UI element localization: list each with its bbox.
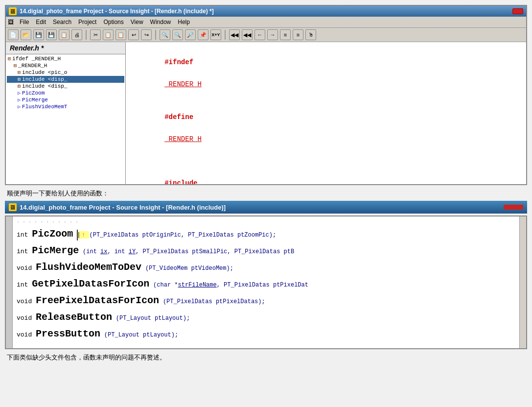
code2-line-5: void FreePixelDatasForIcon (PT_PixelData… <box>14 292 522 309</box>
toolbar-copy[interactable]: 📋 <box>103 29 114 40</box>
toolbar-save2[interactable]: 💾 <box>46 29 57 40</box>
kw-render-h: _RENDER_H <box>164 80 202 88</box>
toolbar-find2[interactable]: 🔍 <box>172 29 183 40</box>
tree-label-4: include <disp_ <box>22 83 67 89</box>
toolbar-copy-file[interactable]: 📋 <box>59 29 69 40</box>
left-gutter <box>6 216 13 348</box>
menu-edit[interactable]: Edit <box>33 18 49 26</box>
params-picmerge: (int ix, int iY, PT_PixelDatas ptSmallPi… <box>83 248 294 255</box>
fn-pressbutton: PressButton <box>36 328 100 339</box>
cursor-highlight: | ↑ <box>77 231 89 239</box>
code2-line-3: void FlushVideoMemToDev (PT_VideoMem ptV… <box>14 259 522 276</box>
tree-item-5[interactable]: ▷ PicZoom <box>7 90 124 96</box>
tree-blue-icon-6: ▷ <box>18 97 21 103</box>
code2-line-1: int PicZoom | ↑ (PT_PixelDatas ptOriginP… <box>14 226 522 242</box>
tree-label-0: ifdef _RENDER_H <box>12 56 61 62</box>
tree-item-3[interactable]: ⊞ include <disp_ <box>7 76 124 83</box>
kw-include-1: #include <box>164 179 197 184</box>
app-icon-2: 🖼 <box>9 203 17 211</box>
toolbar-list[interactable]: ≡ <box>280 29 291 40</box>
scrollbar[interactable] <box>519 216 526 348</box>
tree-label-1: _RENDER_H <box>18 63 47 69</box>
toolbar-redo[interactable]: ↪ <box>141 29 152 40</box>
toolbar-save[interactable]: 💾 <box>33 29 44 40</box>
toolbar-1: 📄 📂 💾 💾 📋 🖨 ✂ 📋 📋 ↩ ↪ 🔍 🔍 🔎 📌 X+Y ◀◀ ◀◀ … <box>6 28 526 42</box>
window-title-2: 14.digial_photo_frame Project - Source I… <box>20 204 226 211</box>
tree-blue-icon-5: ▷ <box>18 90 21 96</box>
toolbar-xy[interactable]: X+Y <box>210 29 221 40</box>
menu-file[interactable]: File <box>17 18 32 26</box>
toolbar-forward[interactable]: → <box>267 29 278 40</box>
toolbar-open[interactable]: 📂 <box>21 29 31 40</box>
menu-options[interactable]: Options <box>100 18 126 26</box>
menu-logo: 🖼 <box>8 19 14 25</box>
tree-item-4[interactable]: ⊞ include <disp_ <box>7 83 124 90</box>
code2-line-7: void PressButton (PT_Layout ptLayout); <box>14 326 522 342</box>
titlebar-1: 🖼 14.digial_photo_frame Project - Source… <box>6 6 526 17</box>
kw-int-4: int <box>17 281 32 288</box>
toolbar-find[interactable]: 🔍 <box>160 29 170 40</box>
tree-item-0[interactable]: ⊞ ifdef _RENDER_H <box>7 55 124 62</box>
tree-item-7[interactable]: ▷ FlushVideoMemT <box>7 103 124 110</box>
menu-view[interactable]: View <box>128 18 146 26</box>
toolbar-left2[interactable]: ◀◀ <box>242 29 253 40</box>
kw-int-1: int <box>17 231 32 239</box>
code-line-3: #include <pic_operation.h> <box>132 167 520 184</box>
tree-hash-icon-3: ⊞ <box>18 76 21 82</box>
kw-int-2: int <box>17 248 32 255</box>
tree-hash-icon-2: ⊞ <box>18 70 21 75</box>
toolbar-undo[interactable]: ↩ <box>128 29 139 40</box>
menu-project[interactable]: Project <box>75 18 99 26</box>
code2-line-4: int GetPixelDatasForIcon (char *strFileN… <box>14 276 522 292</box>
tree-hash-icon-4: ⊞ <box>18 83 21 89</box>
code-panel-1: #ifndef _RENDER_H #define _RENDER_H #inc… <box>126 42 526 184</box>
params-press: (PT_Layout ptLayout); <box>104 332 178 338</box>
menu-search[interactable]: Search <box>50 18 74 26</box>
params-release: (PT_Layout ptLayout); <box>116 315 190 322</box>
code-line-1: #ifndef _RENDER_H <box>132 46 520 101</box>
symbol-panel: Render.h * ⊞ ifdef _RENDER_H ⊞ _RENDER_H… <box>6 42 126 184</box>
toolbar-new[interactable]: 📄 <box>8 29 19 40</box>
toolbar-cut[interactable]: ✂ <box>90 29 101 40</box>
tree-label-2: include <pic_o <box>22 70 67 75</box>
fn-getpixel: GetPixelDatasForIcon <box>32 278 149 289</box>
top-annotation: · · · · · · · · · · · <box>14 219 522 225</box>
fn-piczoom: PicZoom <box>32 228 73 239</box>
sep-2 <box>155 30 156 40</box>
toolbar-print[interactable]: 🖨 <box>71 29 82 40</box>
sep-1 <box>86 30 87 40</box>
cursor-arrow: ↑ <box>82 231 86 239</box>
titlebar-left: 🖼 14.digial_photo_frame Project - Source… <box>9 7 214 15</box>
tree-item-6[interactable]: ▷ PicMerge <box>7 96 124 103</box>
params-getpixel: (char *strFileName, PT_PixelDatas ptPixe… <box>153 282 308 288</box>
params-piczoom: (PT_PixelDatas ptOriginPic, PT_PixelData… <box>89 232 276 239</box>
kw-render-h-def: _RENDER_H <box>164 135 202 143</box>
symbol-tree[interactable]: ⊞ ifdef _RENDER_H ⊞ _RENDER_H ⊞ include … <box>6 54 125 184</box>
toolbar-list2[interactable]: ≡ <box>293 29 303 40</box>
code2-line-6: void ReleaseButton (PT_Layout ptLayout); <box>14 309 522 326</box>
params-freepixel: (PT_PixelDatas ptPixelDatas); <box>163 298 265 305</box>
menu-help[interactable]: Help <box>175 18 193 26</box>
toolbar-find3[interactable]: 🔎 <box>185 29 196 40</box>
toolbar-extra[interactable]: 🖱 <box>305 29 316 40</box>
middle-text: 顺便声明一下要给别人使用的函数： <box>5 189 527 198</box>
tree-item-2[interactable]: ⊞ include <pic_o <box>7 69 124 76</box>
tree-label-6: PicMerge <box>22 97 48 103</box>
tree-item-1[interactable]: ⊞ _RENDER_H <box>7 62 124 69</box>
source-insight-window-1: 🖼 14.digial_photo_frame Project - Source… <box>5 5 527 185</box>
toolbar-find4[interactable]: 📌 <box>198 29 208 40</box>
app-icon: 🖼 <box>9 7 17 15</box>
source-insight-window-2: · · · · · · · · · · · int PicZoom | ↑ (P… <box>5 215 527 349</box>
toolbar-back[interactable]: ← <box>254 29 265 40</box>
toolbar-paste[interactable]: 📋 <box>116 29 126 40</box>
tree-blue-icon-7: ▷ <box>18 104 21 110</box>
close-button-2[interactable] <box>504 205 523 210</box>
menu-window[interactable]: Window <box>147 18 174 26</box>
close-button-1[interactable] <box>512 8 523 14</box>
tree-label-7: FlushVideoMemT <box>22 104 67 110</box>
fn-picmerge: PicMerge <box>32 245 79 256</box>
kw-void-3: void <box>17 264 36 272</box>
bottom-text: 下面类似缺少头文件包含，函数未声明的问题不再赘述。 <box>5 353 527 362</box>
toolbar-left1[interactable]: ◀◀ <box>229 29 240 40</box>
code2-line-2: int PicMerge (int ix, int iY, PT_PixelDa… <box>14 242 522 259</box>
